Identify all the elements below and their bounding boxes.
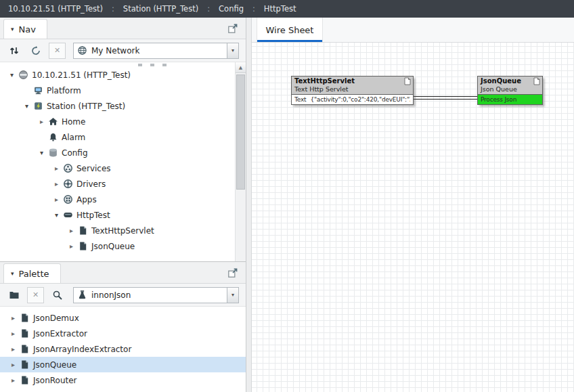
chevron-collapsed-icon[interactable]: ▸ — [37, 118, 47, 125]
palette-item-jsonrouter[interactable]: ▸ JsonRouter — [0, 372, 246, 388]
nav-panel: ▾ Nav ✕ — [0, 18, 246, 261]
palette-tab[interactable]: ▾ Palette — [3, 263, 61, 283]
component-page-icon — [404, 77, 411, 85]
chevron-expanded-icon[interactable]: ▾ — [51, 211, 62, 219]
scroll-up-button[interactable]: ▲ — [236, 62, 246, 73]
block-prop-row-text[interactable]: Text {"activity":0,"co2":420,"devEUI":"2… — [292, 94, 413, 104]
breadcrumb-item-station[interactable]: Station (HTTP_Test) — [123, 4, 198, 14]
dropdown-arrow-icon[interactable]: ▾ — [227, 43, 238, 58]
popout-icon[interactable] — [227, 22, 239, 35]
nav-tab-label: Nav — [19, 24, 36, 35]
palette-item-label: JsonExtractor — [32, 329, 87, 339]
file-icon — [20, 375, 30, 385]
block-type: Json Queue — [478, 85, 542, 94]
tab-wire-sheet-label: Wire Sheet — [266, 25, 314, 35]
chevron-collapsed-icon[interactable]: ▸ — [51, 180, 62, 188]
chevron-expanded-icon[interactable]: ▾ — [37, 149, 47, 156]
palette-item-label: JsonQueue — [32, 360, 76, 370]
tree-item-apps[interactable]: ▸ Apps — [0, 192, 235, 207]
palette-tab-label: Palette — [19, 269, 49, 279]
panel-splitter[interactable] — [246, 18, 252, 392]
tree-item-jsonqueue[interactable]: ▸ JsonQueue — [0, 238, 235, 254]
panel-collapse-icon[interactable]: ▾ — [11, 26, 14, 32]
host-icon — [18, 70, 28, 80]
chevron-expanded-icon[interactable]: ▾ — [7, 71, 17, 79]
prop-value: {"activity":0,"co2":420,"devEUI":"24e — [310, 95, 410, 104]
tree-item-httptest[interactable]: ▾ HttpTest — [0, 207, 235, 223]
block-header[interactable]: JsonQueue — [478, 77, 542, 85]
palette-item-jsonqueue[interactable]: ▸ JsonQueue — [0, 357, 246, 372]
chevron-collapsed-icon[interactable]: ▸ — [8, 361, 18, 368]
chevron-collapsed-icon[interactable]: ▸ — [51, 196, 62, 203]
sort-arrows-icon — [9, 45, 20, 56]
breadcrumb-separator: : — [112, 4, 114, 14]
dropdown-arrow-icon[interactable]: ▾ — [227, 288, 238, 303]
globe-icon — [77, 45, 87, 56]
block-jsonqueue[interactable]: JsonQueue Json Queue Process Json — [477, 76, 543, 105]
component-pill-icon — [63, 210, 73, 220]
scrollbar-thumb[interactable] — [236, 74, 245, 190]
palette-item-label: JsonRouter — [32, 376, 77, 385]
network-combo[interactable]: My Network ▾ — [73, 43, 239, 59]
tree-scrollbar[interactable]: ▲ — [235, 62, 246, 261]
palette-combo-value: innonJson — [91, 290, 223, 300]
tree-item-station[interactable]: ▾ Station (HTTP_Test) — [0, 98, 235, 114]
file-icon — [20, 313, 30, 323]
palette-item-jsondemux[interactable]: ▸ JsonDemux — [0, 310, 246, 326]
palette-item-jsonarrayindexextractor[interactable]: ▸ JsonArrayIndexExtractor — [0, 341, 246, 357]
block-name: JsonQueue — [481, 77, 521, 85]
clear-x-icon: ✕ — [32, 290, 39, 299]
chevron-collapsed-icon[interactable]: ▸ — [8, 314, 18, 322]
close-palette-button[interactable]: ✕ — [27, 287, 44, 303]
block-header[interactable]: TextHttpServlet — [292, 77, 413, 85]
panel-collapse-icon[interactable]: ▾ — [11, 270, 14, 277]
clear-button[interactable]: ✕ — [49, 43, 66, 59]
popout-icon[interactable] — [227, 267, 239, 279]
chevron-collapsed-icon[interactable]: ▸ — [66, 227, 76, 234]
file-icon — [20, 328, 30, 339]
alarm-bell-icon — [48, 132, 58, 142]
wiresheet-canvas[interactable]: TextHttpServlet Text Http Servlet Text {… — [252, 43, 574, 392]
open-palette-button[interactable] — [5, 287, 22, 303]
block-texthttpservlet[interactable]: TextHttpServlet Text Http Servlet Text {… — [291, 76, 414, 105]
palette-combo[interactable]: innonJson ▾ — [73, 287, 239, 303]
chevron-collapsed-icon[interactable]: ▸ — [66, 242, 76, 250]
services-icon — [63, 163, 73, 173]
palette-toolbar: ✕ innonJson ▾ — [0, 284, 246, 307]
tree-item-alarm[interactable]: Alarm — [0, 129, 235, 145]
folder-icon — [9, 290, 20, 301]
tree-item-platform[interactable]: Platform — [0, 83, 235, 98]
file-icon — [20, 344, 30, 354]
palette-item-label: JsonArrayIndexExtractor — [32, 345, 131, 354]
block-type: Text Http Servlet — [292, 85, 413, 94]
file-icon — [78, 225, 88, 236]
tree-item-drivers[interactable]: ▸ Drivers — [0, 176, 235, 192]
chevron-collapsed-icon[interactable]: ▸ — [51, 165, 62, 172]
tree-item-host[interactable]: ▾ 10.10.21.51 (HTTP_Test) — [0, 67, 235, 83]
tree-item-services[interactable]: ▸ Services — [0, 160, 235, 176]
nav-tab[interactable]: ▾ Nav — [3, 19, 47, 39]
tree-item-config[interactable]: ▾ Config — [0, 145, 235, 160]
search-palette-button[interactable] — [49, 287, 66, 303]
chevron-collapsed-icon[interactable]: ▸ — [8, 330, 18, 337]
palette-item-jsonextractor[interactable]: ▸ JsonExtractor — [0, 326, 246, 341]
chevron-collapsed-icon[interactable]: ▸ — [8, 345, 18, 353]
refresh-button[interactable] — [27, 43, 44, 59]
action-label: Process Json — [481, 95, 516, 104]
chevron-expanded-icon[interactable]: ▾ — [22, 102, 32, 110]
wire-link[interactable] — [414, 96, 477, 100]
tree-item-label: HttpTest — [75, 211, 110, 220]
tab-wire-sheet[interactable]: Wire Sheet — [257, 18, 323, 42]
breadcrumb-item-httptest[interactable]: HttpTest — [264, 4, 296, 14]
station-icon — [33, 101, 43, 111]
breadcrumb-item-host[interactable]: 10.10.21.51 (HTTP_Test) — [8, 4, 103, 14]
tree-item-texthttpservlet[interactable]: ▸ TextHttpServlet — [0, 223, 235, 238]
chevron-collapsed-icon[interactable]: ▸ — [8, 376, 18, 384]
tree-item-label: Services — [75, 164, 111, 173]
component-page-icon — [533, 77, 540, 85]
tree-item-home[interactable]: ▸ Home — [0, 114, 235, 129]
sort-arrows-button[interactable] — [5, 43, 22, 59]
prop-label: Text — [294, 95, 306, 104]
block-action-row-process-json[interactable]: Process Json — [478, 94, 542, 104]
breadcrumb-item-config[interactable]: Config — [219, 4, 244, 14]
